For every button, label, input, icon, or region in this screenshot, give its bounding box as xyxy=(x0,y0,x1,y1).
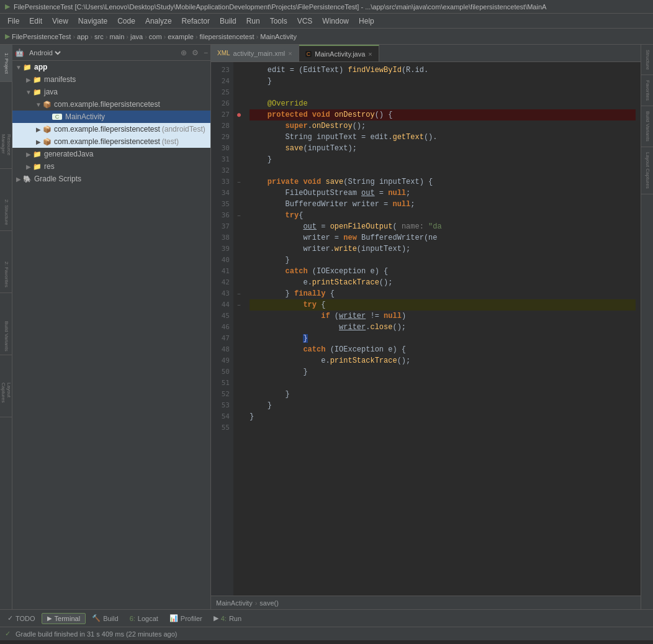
tree-item-manifests[interactable]: ▶ 📁 manifests xyxy=(12,73,210,86)
menu-item-file[interactable]: File xyxy=(2,16,24,27)
fold-icon[interactable]: − xyxy=(237,176,240,188)
run-icon: ▶ xyxy=(214,614,218,622)
tree-label: res xyxy=(44,162,55,171)
tab-terminal[interactable]: ▶ Terminal xyxy=(42,613,86,624)
breadcrumb-class[interactable]: MainActivity xyxy=(216,599,253,607)
breadcrumb-item[interactable]: MainActivity xyxy=(260,33,297,40)
code-line-54: } xyxy=(250,411,636,422)
left-sidebar-tabs: 1: Project Resource Manager 2: Structure… xyxy=(0,45,12,609)
sync-icon[interactable]: ⊕ xyxy=(181,48,187,57)
menu-item-help[interactable]: Help xyxy=(354,16,379,27)
tree-item-gradle[interactable]: ▶ 🐘 Gradle Scripts xyxy=(12,173,210,185)
breadcrumb-item[interactable]: java xyxy=(130,33,143,40)
main-area: 1: Project Resource Manager 2: Structure… xyxy=(0,45,653,609)
tab-todo[interactable]: ✓ TODO xyxy=(2,613,40,624)
tab-build[interactable]: 🔨 Build xyxy=(87,613,123,624)
sidebar-tab-resource-manager[interactable]: Resource Manager xyxy=(0,132,12,169)
breadcrumb-sep: › xyxy=(90,33,92,40)
tree-item-package-main[interactable]: ▼ 📦 com.example.filepersistencetest xyxy=(12,98,210,111)
line-numbers: 2324252627282930313233343536373839404142… xyxy=(211,62,233,596)
sidebar-tab-project[interactable]: 1: Project xyxy=(0,45,12,82)
breadcrumb-method[interactable]: save() xyxy=(259,599,279,607)
code-line-41: catch (IOException e) { xyxy=(250,266,636,277)
menu-item-build[interactable]: Build xyxy=(215,16,241,27)
sidebar-tab-favorites[interactable]: 2: Favorites xyxy=(0,256,12,293)
package-icon: 📦 xyxy=(42,138,52,146)
tree-item-java[interactable]: ▼ 📁 java xyxy=(12,86,210,98)
menu-item-refactor[interactable]: Refactor xyxy=(177,16,215,27)
close-tab-icon[interactable]: × xyxy=(288,50,292,57)
tree-item-app[interactable]: ▼ 📁 app xyxy=(12,61,210,73)
project-panel: 🤖 Android ⊕ ⚙ − ▼ 📁 app ▶ 📁 manifests xyxy=(12,45,211,609)
tab-todo-label: TODO xyxy=(16,615,35,622)
breadcrumb-item[interactable]: filepersistencetest xyxy=(200,33,254,40)
breadcrumb-item[interactable]: main xyxy=(109,33,124,40)
code-line-43: } finally { xyxy=(250,288,636,299)
menu-item-vcs[interactable]: VCS xyxy=(292,16,318,27)
code-line-49: e.printStackTrace(); xyxy=(250,355,636,366)
code-line-38: writer = new BufferedWriter(ne xyxy=(250,232,636,243)
tree-arrow: ▶ xyxy=(35,126,42,133)
fold-icon[interactable]: − xyxy=(237,210,240,221)
code-editor: XML activity_main.xml × C MainActivity.j… xyxy=(211,45,641,609)
breadcrumb-item[interactable]: FilePersistenceTest xyxy=(12,33,71,40)
tab-profiler[interactable]: 📊 Profiler xyxy=(164,613,207,624)
sidebar-tab-structure[interactable]: 2: Structure xyxy=(0,194,12,231)
folder-icon: 📁 xyxy=(32,163,42,171)
right-tab-captures[interactable]: Layout Captures xyxy=(641,147,653,194)
breadcrumb-item[interactable]: example xyxy=(168,33,194,40)
menu-item-code[interactable]: Code xyxy=(112,16,140,27)
tab-logcat[interactable]: 6: Logcat xyxy=(125,614,163,624)
right-tab-favorites[interactable]: Favorites xyxy=(641,75,653,106)
package-icon: 📦 xyxy=(42,125,52,134)
breadcrumb-sep: › xyxy=(256,33,259,40)
tree-label: manifests xyxy=(44,75,76,84)
right-tab-structure[interactable]: Structure xyxy=(641,45,653,75)
class-icon: C xyxy=(52,114,62,120)
fold-icon[interactable]: − xyxy=(237,288,240,299)
menu-item-analyze[interactable]: Analyze xyxy=(140,16,177,27)
menu-item-edit[interactable]: Edit xyxy=(24,16,47,27)
tab-label: activity_main.xml xyxy=(233,50,286,57)
menu-item-view[interactable]: View xyxy=(47,16,73,27)
breadcrumb-item[interactable]: com xyxy=(149,33,162,40)
menu-item-tools[interactable]: Tools xyxy=(265,16,292,27)
sidebar-tab-captures[interactable]: Layout Captures xyxy=(0,380,12,417)
code-line-31: } xyxy=(250,154,636,165)
code-line-23: edit = (EditText) findViewById(R.id. xyxy=(250,65,636,76)
code-area[interactable]: 2324252627282930313233343536373839404142… xyxy=(211,62,641,596)
close-tab-icon[interactable]: × xyxy=(368,50,372,58)
code-content[interactable]: edit = (EditText) findViewById(R.id. } @… xyxy=(245,62,641,596)
code-line-51 xyxy=(250,378,636,389)
code-line-45: if (writer != null) xyxy=(250,311,636,322)
app-icon: ▶ xyxy=(5,2,10,11)
config-icon[interactable]: ⚙ xyxy=(192,48,199,57)
sidebar-tab-build-variants[interactable]: Build Variants xyxy=(0,318,12,355)
menu-item-window[interactable]: Window xyxy=(317,16,354,27)
tab-activity-main[interactable]: XML activity_main.xml × xyxy=(211,45,299,61)
code-line-29: String inputText = edit.getText(). xyxy=(250,132,636,143)
breadcrumb-item[interactable]: src xyxy=(94,33,104,40)
tab-mainactivity[interactable]: C MainActivity.java × xyxy=(299,45,379,61)
tab-run[interactable]: ▶ 4: Run xyxy=(209,613,246,624)
fold-icon[interactable]: − xyxy=(237,299,240,311)
tree-item-res[interactable]: ▶ 📁 res xyxy=(12,160,210,173)
minimize-icon[interactable]: − xyxy=(204,48,208,57)
tab-terminal-label: Terminal xyxy=(55,615,81,622)
tree-item-generatedjava[interactable]: ▶ 📁 generatedJava xyxy=(12,148,210,160)
tree-item-mainactivity[interactable]: ▶ C MainActivity xyxy=(12,111,210,123)
tree-arrow: ▶ xyxy=(25,151,32,158)
menu-bar: FileEditViewNavigateCodeAnalyzeRefactorB… xyxy=(0,14,653,29)
code-line-37: out = openFileOutput( name: "da xyxy=(250,221,636,232)
status-text: Gradle build finished in 31 s 409 ms (22… xyxy=(16,630,177,638)
menu-item-run[interactable]: Run xyxy=(241,16,265,27)
tree-item-package-test[interactable]: ▶ 📦 com.example.filepersistencetest (tes… xyxy=(12,135,210,148)
code-line-50: } xyxy=(250,366,636,378)
tree-item-package-androidtest[interactable]: ▶ 📦 com.example.filepersistencetest (and… xyxy=(12,123,210,135)
android-select[interactable]: Android xyxy=(27,48,63,57)
folder-icon: 📁 xyxy=(32,88,42,96)
code-line-30: save(inputText); xyxy=(250,143,636,154)
right-tab-build-variants[interactable]: Build Variants xyxy=(641,106,653,147)
menu-item-navigate[interactable]: Navigate xyxy=(73,16,112,27)
breadcrumb-item[interactable]: app xyxy=(77,33,88,40)
